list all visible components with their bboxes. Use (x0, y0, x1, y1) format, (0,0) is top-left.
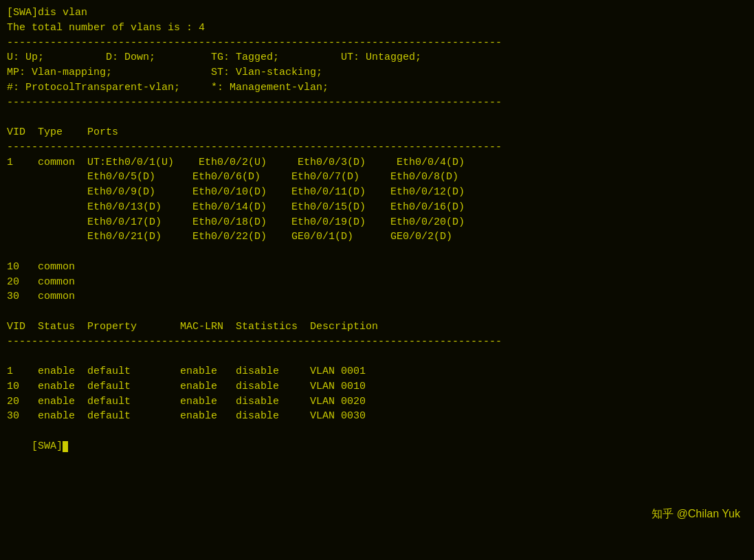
legend-3: #: ProtocolTransparent-vlan; *: Manageme… (7, 80, 747, 96)
vlan1-ports-row6: Eth0/0/21(D) Eth0/0/22(D) GE0/0/1(D) GE0… (7, 229, 747, 245)
blank-2 (7, 245, 747, 260)
separator-4: ----------------------------------------… (7, 335, 747, 350)
separator-2: ----------------------------------------… (7, 96, 747, 111)
total-vlans-line: The total number of vlans is : 4 (7, 21, 747, 36)
legend-2: MP: Vlan-mapping; ST: Vlan-stacking; (7, 65, 747, 80)
vlan20-row: 20 common (7, 275, 747, 290)
vlan30-row: 30 common (7, 289, 747, 304)
vlan1-ports-row3: Eth0/0/9(D) Eth0/0/10(D) Eth0/0/11(D) Et… (7, 185, 747, 200)
blank-3 (7, 304, 747, 320)
vlan-detail-header: VID Status Property MAC-LRN Statistics D… (7, 320, 747, 335)
separator-3: ----------------------------------------… (7, 140, 747, 155)
vlan1-ports-row1: 1 common UT:Eth0/0/1(U) Eth0/0/2(U) Eth0… (7, 155, 747, 170)
prompt-text: [SWA] (32, 440, 63, 452)
vlan1-ports-row2: Eth0/0/5(D) Eth0/0/6(D) Eth0/0/7(D) Eth0… (7, 170, 747, 185)
vlan1-detail: 1 enable default enable disable VLAN 000… (7, 364, 747, 379)
watermark: 知乎 @Chilan Yuk (652, 506, 740, 522)
vlan30-detail: 30 enable default enable disable VLAN 00… (7, 409, 747, 424)
vlan20-detail: 20 enable default enable disable VLAN 00… (7, 394, 747, 410)
vlan1-ports-row5: Eth0/0/17(D) Eth0/0/18(D) Eth0/0/19(D) E… (7, 215, 747, 230)
cursor (63, 441, 68, 452)
legend-1: U: Up; D: Down; TG: Tagged; UT: Untagged… (7, 50, 747, 65)
vlan1-ports-row4: Eth0/0/13(D) Eth0/0/14(D) Eth0/0/15(D) E… (7, 200, 747, 215)
vlan10-detail: 10 enable default enable disable VLAN 00… (7, 379, 747, 394)
terminal-window: [SWA]dis vlan The total number of vlans … (7, 5, 747, 555)
blank-4 (7, 349, 747, 364)
command-line: [SWA]dis vlan (7, 5, 747, 21)
separator-1: ----------------------------------------… (7, 36, 747, 51)
vlan10-row: 10 common (7, 260, 747, 275)
prompt-line[interactable]: [SWA] (7, 424, 747, 469)
blank-1 (7, 110, 747, 125)
vlan-table-header: VID Type Ports (7, 125, 747, 140)
